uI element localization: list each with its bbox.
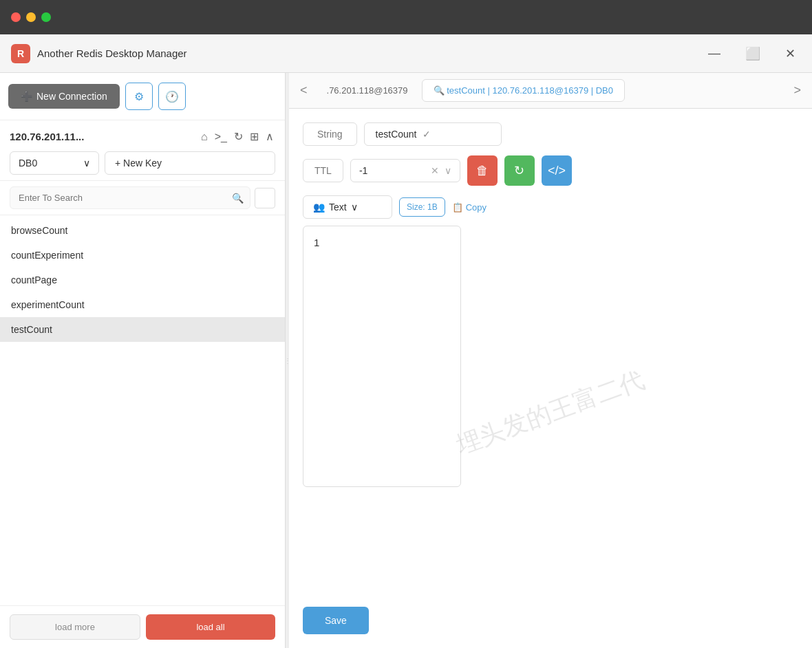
new-key-label: + New Key — [115, 158, 162, 169]
app-window: R Another Redis Desktop Manager — ⬜ ✕ ➕ … — [0, 34, 812, 648]
content-area: < .76.201.118@16379 🔍 testCount | 120.76… — [289, 73, 812, 648]
db-name: DB0 — [19, 158, 37, 169]
format-chevron-icon: ∨ — [351, 202, 358, 213]
value-section: 👥 Text ∨ Size: 1B 📋 Copy 埋头发的王富二代 — [303, 195, 798, 634]
value-format-icon: 👥 — [313, 202, 325, 213]
ttl-clear-button[interactable]: ✕ — [431, 165, 439, 176]
save-button[interactable]: Save — [303, 607, 369, 634]
maximize-traffic-light[interactable] — [41, 12, 51, 22]
type-badge: String — [303, 122, 357, 146]
new-connection-button[interactable]: ➕ New Connection — [8, 84, 120, 109]
app-title-group: R Another Redis Desktop Manager — [11, 44, 187, 63]
copy-button[interactable]: 📋 Copy — [452, 202, 487, 213]
tab-next-button[interactable]: > — [788, 80, 806, 100]
list-item[interactable]: countExperiment — [0, 243, 285, 268]
key-name-field[interactable]: testCount ✓ — [364, 122, 502, 146]
settings-button[interactable]: ⚙ — [125, 83, 153, 110]
code-button[interactable]: </> — [542, 155, 572, 186]
copy-label: Copy — [466, 202, 487, 213]
minimize-traffic-light[interactable] — [26, 12, 36, 22]
app-header: R Another Redis Desktop Manager — ⬜ ✕ — [0, 34, 812, 73]
plus-icon: ➕ — [21, 91, 32, 102]
traffic-lights — [11, 12, 51, 22]
db-chevron-icon: ∨ — [83, 158, 90, 169]
watermark: 埋头发的王富二代 — [451, 363, 649, 463]
ttl-value: -1 — [359, 165, 425, 176]
server-section: 120.76.201.11... ⌂ >_ ↻ ⊞ ∧ DB0 ∨ — [0, 120, 285, 181]
value-container: 埋头发的王富二代 1 — [303, 226, 798, 600]
window-controls: — ⬜ ✕ — [703, 43, 801, 64]
history-button[interactable]: 🕐 — [158, 83, 186, 110]
list-item-active[interactable]: testCount — [0, 317, 285, 342]
load-all-button[interactable]: load all — [146, 614, 275, 640]
load-more-button[interactable]: load more — [10, 614, 140, 640]
refresh-server-icon[interactable]: ↻ — [233, 129, 244, 144]
close-button[interactable]: ✕ — [780, 43, 801, 64]
content-panel: String testCount ✓ TTL -1 ✕ ∨ 🗑 — [289, 109, 812, 648]
app-title-text: Another Redis Desktop Manager — [37, 47, 187, 59]
list-item[interactable]: browseCount — [0, 218, 285, 243]
tab-search-icon: 🔍 — [434, 85, 447, 96]
value-format-select[interactable]: 👥 Text ∨ — [303, 195, 392, 219]
main-layout: ➕ New Connection ⚙ 🕐 120.76.201.11... ⌂ … — [0, 73, 812, 648]
refresh-icon: ↻ — [514, 163, 524, 178]
copy-icon: 📋 — [452, 202, 463, 213]
search-input-wrap: 🔍 — [10, 186, 250, 209]
collapse-icon[interactable]: ∧ — [264, 129, 275, 144]
key-name-text: testCount — [376, 129, 417, 140]
sidebar: ➕ New Connection ⚙ 🕐 120.76.201.11... ⌂ … — [0, 73, 286, 648]
ttl-confirm-button[interactable]: ∨ — [445, 165, 451, 176]
key-type-row: String testCount ✓ — [303, 122, 798, 146]
close-traffic-light[interactable] — [11, 12, 21, 22]
search-icon: 🔍 — [232, 193, 244, 204]
value-textarea[interactable] — [303, 226, 461, 487]
home-icon[interactable]: ⌂ — [200, 129, 209, 144]
clock-icon: 🕐 — [165, 90, 179, 103]
value-format-label: Text — [329, 202, 347, 213]
gear-icon: ⚙ — [134, 90, 144, 103]
delete-button[interactable]: 🗑 — [467, 155, 498, 186]
key-list: browseCount countExperiment countPage ex… — [0, 215, 285, 605]
tab-key-label: testCount | 120.76.201.118@16379 | DB0 — [447, 85, 613, 96]
new-connection-label: New Connection — [36, 91, 107, 102]
list-item[interactable]: experimentCount — [0, 292, 285, 317]
server-name: 120.76.201.11... — [10, 131, 84, 142]
tab-server[interactable]: .76.201.118@16379 — [316, 80, 419, 101]
server-header: 120.76.201.11... ⌂ >_ ↻ ⊞ ∧ — [10, 129, 275, 144]
value-toolbar: 👥 Text ∨ Size: 1B 📋 Copy — [303, 195, 798, 219]
tab-key-active[interactable]: 🔍 testCount | 120.76.201.118@16379 | DB0 — [422, 79, 625, 102]
db-select[interactable]: DB0 ∨ — [10, 151, 99, 175]
maximize-button[interactable]: ⬜ — [740, 43, 766, 64]
ttl-label: TTL — [303, 159, 343, 182]
search-input[interactable] — [10, 186, 250, 209]
refresh-value-button[interactable]: ↻ — [504, 155, 535, 186]
app-icon: R — [11, 44, 30, 63]
search-row: 🔍 — [0, 181, 285, 215]
search-extra-button[interactable] — [255, 188, 275, 208]
server-actions: ⌂ >_ ↻ ⊞ ∧ — [200, 129, 275, 144]
tab-prev-button[interactable]: < — [295, 80, 313, 100]
db-row: DB0 ∨ + New Key — [10, 151, 275, 175]
code-icon: </> — [548, 164, 566, 178]
minimize-button[interactable]: — — [703, 43, 726, 63]
terminal-icon[interactable]: >_ — [213, 129, 228, 144]
size-badge: Size: 1B — [399, 197, 445, 217]
sidebar-footer: load more load all — [0, 605, 285, 648]
tab-bar: < .76.201.118@16379 🔍 testCount | 120.76… — [289, 73, 812, 109]
delete-icon: 🗑 — [476, 164, 489, 178]
check-icon: ✓ — [423, 129, 431, 140]
list-item[interactable]: countPage — [0, 268, 285, 292]
ttl-input-wrap[interactable]: -1 ✕ ∨ — [350, 159, 460, 182]
grid-icon[interactable]: ⊞ — [248, 129, 260, 144]
sidebar-top: ➕ New Connection ⚙ 🕐 — [0, 73, 285, 120]
new-key-button[interactable]: + New Key — [105, 151, 275, 175]
ttl-row: TTL -1 ✕ ∨ 🗑 ↻ </> — [303, 155, 798, 186]
titlebar — [0, 0, 812, 34]
